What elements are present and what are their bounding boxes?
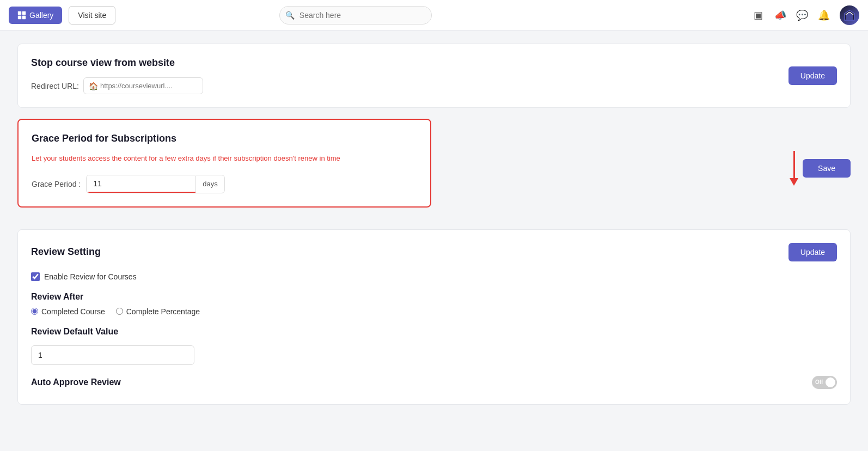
grace-period-title: Grace Period for Subscriptions bbox=[32, 133, 417, 144]
review-after-title: Review After bbox=[31, 292, 837, 302]
save-area: Save bbox=[790, 119, 851, 218]
enable-review-checkbox[interactable] bbox=[31, 272, 40, 281]
review-update-button[interactable]: Update bbox=[788, 243, 837, 261]
search-bar: 🔍 bbox=[279, 6, 432, 25]
grace-period-row: Grace Period : days bbox=[32, 175, 417, 193]
search-icon: 🔍 bbox=[285, 11, 295, 20]
gallery-button[interactable]: Gallery bbox=[9, 7, 62, 24]
grace-period-description: Let your students access the content for… bbox=[32, 153, 417, 164]
stop-course-title: Stop course view from website bbox=[31, 57, 837, 69]
save-button[interactable]: Save bbox=[803, 159, 851, 178]
grace-period-label: Grace Period : bbox=[32, 180, 81, 188]
main-content: Stop course view from website Redirect U… bbox=[0, 31, 868, 429]
search-input[interactable] bbox=[279, 6, 432, 25]
svg-rect-2 bbox=[18, 15, 21, 19]
radio-completed-input[interactable] bbox=[31, 308, 38, 315]
stop-course-inner: Redirect URL: 🏠 bbox=[31, 77, 837, 94]
review-default-section: Review Default Value bbox=[31, 327, 837, 365]
review-setting-title: Review Setting bbox=[31, 246, 101, 258]
review-card-title-row: Review Setting Update bbox=[31, 243, 837, 261]
auto-approve-label: Auto Approve Review bbox=[31, 377, 121, 387]
radio-completed-label: Completed Course bbox=[41, 307, 105, 316]
nav-icons: ▣ 📣 💬 🔔 bbox=[753, 5, 859, 25]
gallery-icon bbox=[17, 11, 26, 20]
svg-rect-3 bbox=[22, 15, 26, 19]
redirect-input-wrap: 🏠 bbox=[83, 77, 203, 94]
radio-complete-percentage[interactable]: Complete Percentage bbox=[116, 307, 200, 316]
svg-rect-1 bbox=[22, 11, 26, 14]
arrow-head bbox=[790, 178, 798, 186]
radio-percentage-input[interactable] bbox=[116, 308, 123, 315]
visit-site-button[interactable]: Visit site bbox=[69, 6, 115, 25]
gallery-label: Gallery bbox=[29, 11, 53, 20]
bell-icon[interactable]: 🔔 bbox=[818, 9, 830, 21]
home-icon: 🏠 bbox=[89, 82, 98, 90]
arrow-line bbox=[793, 151, 795, 178]
enable-review-row: Enable Review for Courses bbox=[31, 272, 837, 281]
svg-rect-0 bbox=[18, 11, 21, 14]
review-body: Enable Review for Courses Review After C… bbox=[31, 272, 837, 391]
stop-course-update-button[interactable]: Update bbox=[788, 66, 837, 85]
review-default-title: Review Default Value bbox=[31, 327, 837, 337]
grace-period-card: Grace Period for Subscriptions Let your … bbox=[17, 119, 431, 208]
redirect-label: Redirect URL: bbox=[31, 82, 79, 90]
brand-logo bbox=[840, 5, 859, 25]
megaphone-icon[interactable]: 📣 bbox=[774, 9, 786, 21]
brand-icon-svg bbox=[843, 9, 855, 21]
grace-input-wrap: days bbox=[86, 175, 224, 193]
review-after-section: Review After Completed Course Complete P… bbox=[31, 292, 837, 316]
redirect-url-input[interactable] bbox=[83, 77, 203, 94]
stop-course-card: Stop course view from website Redirect U… bbox=[17, 44, 851, 108]
auto-approve-row: Auto Approve Review Off bbox=[31, 376, 837, 391]
visit-site-label: Visit site bbox=[78, 11, 106, 20]
save-label: Save bbox=[818, 164, 835, 173]
auto-approve-toggle[interactable]: Off bbox=[812, 376, 837, 389]
top-navigation: Gallery Visit site 🔍 ▣ 📣 💬 🔔 bbox=[0, 0, 868, 31]
grace-period-input[interactable] bbox=[87, 175, 195, 193]
chat-icon[interactable]: 💬 bbox=[796, 9, 808, 21]
facebook-icon[interactable]: ▣ bbox=[753, 9, 765, 21]
review-default-input[interactable] bbox=[31, 345, 194, 365]
radio-completed-course[interactable]: Completed Course bbox=[31, 307, 105, 316]
update-label: Update bbox=[800, 71, 825, 80]
grace-period-section: Grace Period for Subscriptions Let your … bbox=[17, 119, 851, 218]
grace-days-label: days bbox=[195, 176, 224, 192]
review-update-label: Update bbox=[800, 248, 825, 257]
toggle-off-label: Off bbox=[815, 379, 824, 385]
radio-row: Completed Course Complete Percentage bbox=[31, 307, 837, 316]
review-setting-card: Review Setting Update Enable Review for … bbox=[17, 229, 851, 405]
radio-percentage-label: Complete Percentage bbox=[126, 307, 200, 316]
red-arrow bbox=[790, 151, 798, 186]
enable-review-label: Enable Review for Courses bbox=[44, 272, 137, 281]
